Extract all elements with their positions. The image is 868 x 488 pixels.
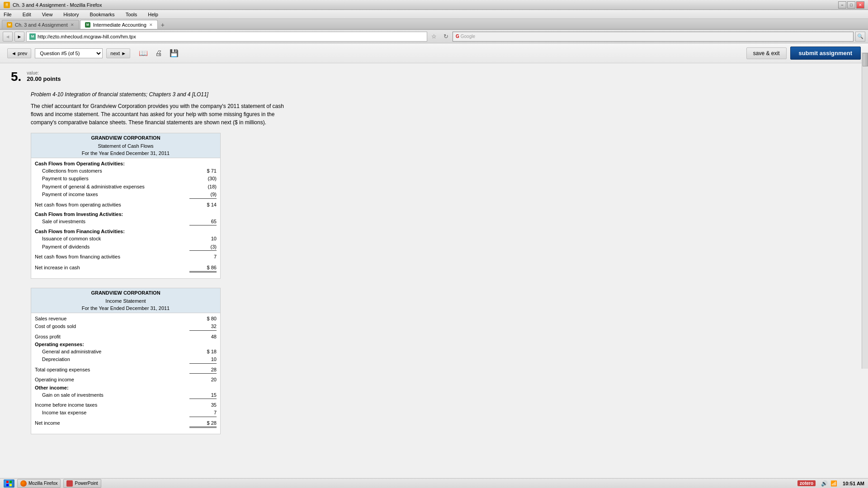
is-depr-label: Depreciation [35, 356, 189, 363]
is-ga-amount: $ 18 [189, 348, 217, 355]
cash-flow-statement: GRANDVIEW CORPORATION Statement of Cash … [31, 133, 221, 279]
is-cogs-amount: 32 [189, 323, 217, 330]
address-bar: ◄ ► M http://ezto.mhecloud.mcgraw-hill.c… [0, 30, 868, 43]
cf-row-investments: Sale of investments 65 [31, 218, 220, 226]
back-button[interactable]: ◄ [3, 32, 13, 42]
scrollbar-track[interactable] [862, 52, 868, 369]
zotero-badge: zotero [797, 480, 816, 486]
is-row-depr: Depreciation 10 [31, 356, 220, 364]
cf-row-ga: Payment of general & administrative expe… [31, 183, 220, 191]
url-text: http://ezto.mhecloud.mcgraw-hill.com/hm.… [38, 34, 136, 39]
is-net-income-label: Net income [35, 420, 189, 428]
forward-button[interactable]: ► [14, 32, 24, 42]
firefox-taskbar-item[interactable]: Mozilla Firefox [17, 479, 61, 488]
save-icon[interactable]: 💾 [168, 47, 180, 59]
is-income-before-label: Income before income taxes [35, 402, 189, 408]
submit-assignment-button[interactable]: submit assignment [790, 47, 861, 60]
powerpoint-icon [66, 480, 73, 487]
question-number: 5. [11, 70, 21, 83]
cf-investing-title: Cash Flows from Investing Activities: [31, 211, 220, 218]
menu-tools[interactable]: Tools [124, 11, 139, 18]
is-row-income-before: Income before income taxes 35 [31, 401, 220, 409]
pp-taskbar-label: PowerPoint [75, 481, 98, 486]
is-row-sales: Sales revenue $ 80 [31, 315, 220, 323]
print-icon[interactable]: 🖨 [153, 47, 165, 59]
google-label: Google [461, 34, 475, 39]
prev-button[interactable]: ◄ prev [7, 48, 31, 58]
cf-taxes-amount: (9) [189, 191, 217, 198]
cf-row-collections: Collections from customers $ 71 [31, 167, 220, 175]
cf-net-inc-label: Net increase in cash [35, 264, 189, 272]
is-net-income-amount: $ 28 [189, 420, 217, 428]
powerpoint-taskbar-item[interactable]: PowerPoint [63, 479, 101, 488]
is-income-before-amount: 35 [189, 402, 217, 408]
windows-start-button[interactable] [4, 479, 14, 488]
svg-rect-3 [9, 484, 12, 486]
menu-bookmarks[interactable]: Bookmarks [88, 11, 117, 18]
is-row-gross: Gross profit 48 [31, 333, 220, 341]
question-select[interactable]: Question #5 (of 5) [35, 48, 103, 58]
tab-intermediate-accounting[interactable]: M Intermediate Accounting ✕ [80, 20, 158, 29]
next-label: next ► [110, 51, 126, 56]
menu-help[interactable]: Help [146, 11, 160, 18]
is-op-income-label: Operating income [35, 376, 189, 383]
window-title: Ch. 3 and 4 Assignment - Mozilla Firefox [13, 2, 102, 8]
cf-company: GRANDVIEW CORPORATION [31, 133, 221, 142]
window-controls[interactable]: − □ ✕ [838, 1, 864, 9]
address-field[interactable]: M http://ezto.mhecloud.mcgraw-hill.com/h… [26, 32, 427, 42]
speaker-icon[interactable]: 🔊 [821, 480, 828, 487]
google-search-field[interactable]: G Google [453, 32, 854, 42]
is-body: Sales revenue $ 80 Cost of goods sold 32… [31, 313, 221, 434]
tab-favicon-2: M [85, 22, 90, 28]
windows-logo-icon [6, 481, 12, 486]
cf-net-fin-label: Net cash flows from financing activities [35, 253, 189, 260]
tab-close-2[interactable]: ✕ [149, 23, 153, 27]
problem-description: The chief accountant for Grandview Corpo… [31, 102, 284, 127]
is-sales-amount: $ 80 [189, 315, 217, 322]
firefox-icon [20, 480, 27, 487]
cf-financing-title: Cash Flows from Financing Activities: [31, 228, 220, 235]
menu-edit[interactable]: Edit [21, 11, 33, 18]
cf-investments-label: Sale of investments [35, 218, 189, 225]
tab-label-2: Intermediate Accounting [93, 22, 146, 28]
is-gross-label: Gross profit [35, 333, 189, 340]
tab-close-1[interactable]: ✕ [71, 23, 74, 27]
menu-file[interactable]: File [2, 11, 14, 18]
firefox-taskbar-label: Mozilla Firefox [28, 481, 57, 486]
next-button[interactable]: next ► [106, 48, 130, 58]
maximize-button[interactable]: □ [847, 1, 855, 9]
menu-view[interactable]: View [40, 11, 55, 18]
site-favicon: M [29, 33, 36, 40]
bookmark-star-icon[interactable]: ☆ [429, 32, 439, 42]
cf-collections-amount: $ 71 [189, 168, 217, 174]
tab-bar: M Ch. 3 and 4 Assignment ✕ M Intermediat… [0, 19, 868, 30]
minimize-button[interactable]: − [838, 1, 846, 9]
menu-history[interactable]: History [61, 11, 80, 18]
cf-row-net-operating: Net cash flows from operating activities… [31, 201, 220, 209]
search-button[interactable]: 🔍 [855, 32, 865, 42]
is-tax-amount: 7 [189, 409, 217, 417]
svg-rect-2 [6, 484, 9, 486]
cf-net-fin-amount: 7 [189, 253, 217, 260]
firefox-app-icon: ff [4, 2, 10, 8]
scrollbar-thumb[interactable] [863, 53, 868, 66]
tab-favicon-1: M [7, 22, 12, 28]
value-label: value: [27, 70, 61, 75]
toolbar-icons: 📖 🖨 💾 [137, 47, 180, 59]
save-exit-button[interactable]: save & exit [746, 47, 787, 59]
is-depr-amount: 10 [189, 356, 217, 363]
bookmark-icon[interactable]: 📖 [137, 47, 149, 59]
tab-label-1: Ch. 3 and 4 Assignment [15, 22, 68, 28]
refresh-button[interactable]: ↻ [441, 32, 451, 42]
cf-collections-label: Collections from customers [35, 168, 189, 174]
cf-net-inc-amount: $ 86 [189, 264, 217, 272]
close-button[interactable]: ✕ [856, 1, 864, 9]
is-row-cogs: Cost of goods sold 32 [31, 323, 220, 331]
cf-stock-label: Issuance of common stock [35, 235, 189, 242]
cf-net-op-amount: $ 14 [189, 202, 217, 208]
tab-ch3-assignment[interactable]: M Ch. 3 and 4 Assignment ✕ [2, 20, 79, 29]
new-tab-button[interactable]: + [159, 21, 167, 29]
is-cogs-label: Cost of goods sold [35, 323, 189, 330]
toolbar-right: save & exit submit assignment [746, 47, 861, 60]
cf-title: Statement of Cash Flows [31, 142, 221, 150]
